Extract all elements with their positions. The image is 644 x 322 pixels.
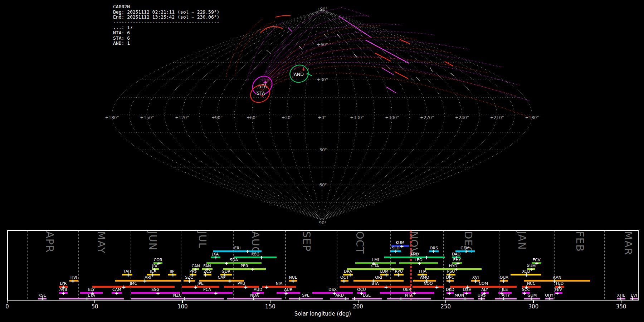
- x-tick-label-250: 250: [440, 303, 451, 310]
- meteor-radiant-plot: +180°+150°+120°+90°+60°+30°+0°+330°+300°…: [0, 0, 644, 322]
- x-tick-label-150: 150: [265, 303, 275, 310]
- x-tick-label-200: 200: [353, 303, 363, 310]
- x-axis-title: Solar longitude (deg): [294, 311, 351, 317]
- x-tick: [270, 301, 270, 303]
- x-tick: [445, 301, 446, 303]
- x-tick-label-50: 50: [92, 303, 98, 310]
- x-tick: [182, 301, 183, 303]
- x-tick: [7, 301, 8, 303]
- chart-frame: [7, 230, 639, 301]
- shower-activity-timeline: APRMAYJUNJULAUGSEPOCTNOVDECJANFEBMARKUM+…: [0, 0, 644, 322]
- x-tick-label-350: 350: [616, 303, 626, 310]
- x-tick: [358, 301, 358, 303]
- x-tick-label-100: 100: [177, 303, 188, 310]
- x-tick-label-300: 300: [528, 303, 539, 310]
- x-tick: [533, 301, 534, 303]
- x-tick: [94, 301, 95, 303]
- x-tick-label-0: 0: [5, 303, 9, 310]
- x-tick: [621, 301, 621, 303]
